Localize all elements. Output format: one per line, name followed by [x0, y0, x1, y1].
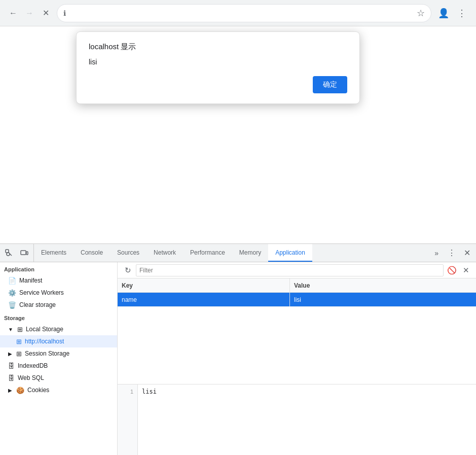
sidebar-section-storage: Storage	[0, 311, 117, 323]
address-bar: ℹ localhost/HTML5深入学习/05.本地缓存.html ☆	[57, 4, 431, 22]
sidebar-manifest-label: Manifest	[19, 277, 42, 284]
manifest-icon: 📄	[8, 277, 16, 285]
dialog-confirm-button[interactable]: 确定	[313, 76, 347, 93]
local-storage-arrow: ▼	[8, 327, 13, 332]
websql-icon: 🗄	[8, 374, 15, 382]
devtools-more-button[interactable]: ⋮	[445, 246, 459, 260]
col-header-value: Value	[290, 278, 476, 292]
browser-chrome: ← → ✕ ℹ localhost/HTML5深入学习/05.本地缓存.html…	[0, 0, 476, 26]
device-toggle-button[interactable]	[17, 246, 31, 260]
sidebar-cookies-label: Cookies	[27, 387, 49, 394]
back-button[interactable]: ←	[6, 6, 20, 20]
bookmark-icon[interactable]: ☆	[417, 8, 425, 19]
devtools-actions: ⋮ ✕	[443, 244, 476, 262]
devtools-panel: Elements Console Sources Network Perform…	[0, 243, 476, 455]
col-header-key: Key	[118, 278, 290, 292]
sidebar-item-session-storage[interactable]: ▶ ⊞ Session Storage	[0, 347, 117, 360]
session-storage-icon: ⊞	[16, 350, 22, 358]
nav-buttons: ← → ✕	[6, 6, 53, 20]
devtools-sidebar: Application 📄 Manifest ⚙️ Service Worker…	[0, 262, 118, 455]
sidebar-item-clear-storage[interactable]: 🗑️ Clear storage	[0, 299, 117, 311]
svg-rect-3	[21, 251, 26, 255]
table-body: name lisi	[118, 293, 476, 384]
dialog-title: localhost 显示	[89, 42, 347, 52]
clear-storage-icon: 🗑️	[8, 301, 16, 309]
page-content: localhost 显示 lisi 确定	[0, 26, 476, 243]
svg-rect-4	[26, 252, 28, 255]
sidebar-item-manifest[interactable]: 📄 Manifest	[0, 274, 117, 287]
tab-network[interactable]: Network	[147, 244, 183, 262]
cookies-icon: 🍪	[16, 387, 24, 394]
storage-preview: 1 lisi	[118, 384, 476, 455]
svg-point-2	[7, 253, 10, 256]
inspect-element-button[interactable]	[2, 246, 16, 260]
reload-button[interactable]: ✕	[39, 6, 53, 20]
tab-performance[interactable]: Performance	[183, 244, 232, 262]
devtools-main-panel: ↻ 🚫 ✕ Key Value name lisi	[118, 262, 476, 455]
sidebar-item-cookies[interactable]: ▶ 🍪 Cookies	[0, 384, 117, 396]
table-row[interactable]: name lisi	[118, 293, 476, 307]
sidebar-session-storage-label: Session Storage	[25, 350, 69, 357]
sidebar-item-localhost[interactable]: ⊞ http://localhost	[0, 335, 117, 347]
sidebar-local-storage-label: Local Storage	[26, 326, 63, 333]
forward-button[interactable]: →	[22, 6, 36, 20]
sidebar-indexeddb-label: IndexedDB	[18, 362, 48, 369]
sidebar-item-indexeddb[interactable]: 🗄 IndexedDB	[0, 360, 117, 372]
table-cell-key: name	[118, 293, 290, 306]
sidebar-section-application: Application	[0, 262, 117, 274]
dialog-message: lisi	[89, 58, 347, 66]
session-storage-arrow: ▶	[8, 351, 12, 357]
browser-actions: 👤 ⋮	[435, 5, 470, 21]
tab-elements[interactable]: Elements	[34, 244, 74, 262]
service-workers-icon: ⚙️	[8, 289, 16, 297]
sidebar-item-websql[interactable]: 🗄 Web SQL	[0, 372, 117, 384]
devtools-icon-buttons	[0, 244, 34, 262]
sidebar-service-workers-label: Service Workers	[19, 289, 64, 296]
dialog-footer: 确定	[89, 76, 347, 93]
cookies-arrow: ▶	[8, 388, 12, 393]
local-storage-icon: ⊞	[17, 326, 23, 333]
tab-console[interactable]: Console	[74, 244, 110, 262]
localhost-icon: ⊞	[16, 338, 22, 345]
filter-bar: ↻ 🚫 ✕	[118, 262, 476, 278]
table-header: Key Value	[118, 278, 476, 293]
menu-button[interactable]: ⋮	[454, 5, 470, 21]
sidebar-clear-storage-label: Clear storage	[19, 301, 56, 308]
sidebar-item-service-workers[interactable]: ⚙️ Service Workers	[0, 287, 117, 299]
tab-sources[interactable]: Sources	[110, 244, 147, 262]
filter-clear-button[interactable]: ✕	[460, 264, 472, 276]
sidebar-item-local-storage[interactable]: ▼ ⊞ Local Storage	[0, 323, 117, 335]
devtools-tab-list: Elements Console Sources Network Perform…	[34, 244, 430, 262]
dialog: localhost 显示 lisi 确定	[76, 31, 360, 104]
security-icon: ℹ	[63, 9, 66, 17]
refresh-button[interactable]: ↻	[122, 264, 134, 276]
devtools-tabs-bar: Elements Console Sources Network Perform…	[0, 244, 476, 262]
filter-input-wrap	[136, 264, 444, 276]
svg-rect-0	[6, 250, 9, 253]
table-cell-value: lisi	[290, 293, 476, 306]
preview-content: lisi	[138, 384, 476, 455]
sidebar-websql-label: Web SQL	[18, 374, 44, 381]
preview-line-numbers: 1	[118, 384, 138, 455]
sidebar-localhost-label: http://localhost	[25, 338, 64, 345]
more-tabs-button[interactable]: »	[430, 244, 443, 262]
filter-block-button[interactable]: 🚫	[446, 264, 458, 276]
indexeddb-icon: 🗄	[8, 362, 15, 370]
filter-input[interactable]	[139, 267, 440, 274]
storage-table: Key Value name lisi 1 lisi	[118, 278, 476, 455]
tab-application[interactable]: Application	[268, 244, 312, 262]
devtools-close-button[interactable]: ✕	[460, 246, 474, 260]
tab-memory[interactable]: Memory	[232, 244, 268, 262]
profile-button[interactable]: 👤	[435, 5, 452, 21]
preview-line-1: 1	[118, 387, 137, 397]
url-input[interactable]: localhost/HTML5深入学习/05.本地缓存.html	[70, 9, 413, 17]
devtools-body: Application 📄 Manifest ⚙️ Service Worker…	[0, 262, 476, 455]
